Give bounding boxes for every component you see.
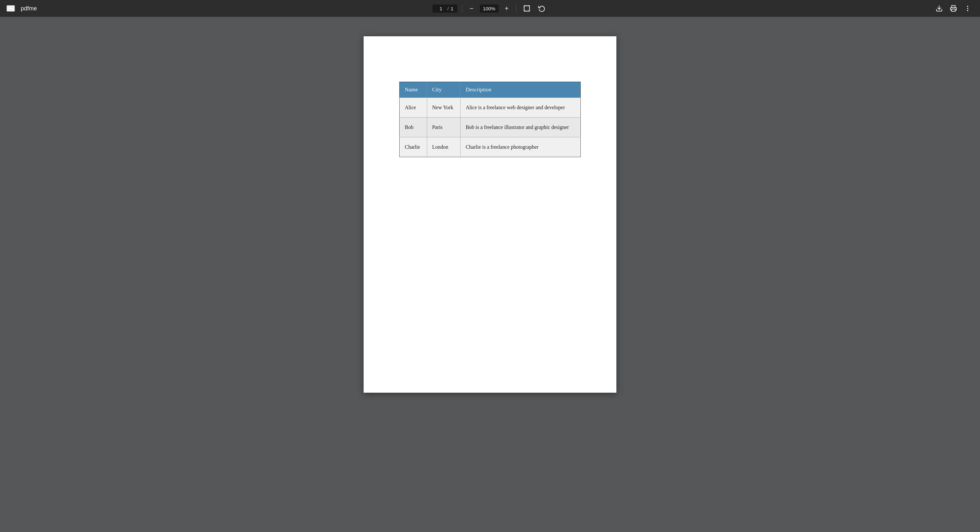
row-city: London [427, 137, 460, 157]
toolbar: pdfme / 1 − 100% + [0, 0, 980, 17]
svg-point-5 [967, 10, 968, 11]
col-header-description: Description [460, 82, 581, 98]
toolbar-left: pdfme [6, 5, 37, 12]
table-row: Alice New York Alice is a freelance web … [399, 98, 581, 118]
fit-page-button[interactable] [521, 3, 533, 14]
svg-rect-0 [524, 6, 530, 11]
rotate-button[interactable] [536, 3, 547, 14]
table-row: Bob Paris Bob is a freelance illustrator… [399, 118, 581, 137]
more-icon [964, 5, 971, 12]
page-total: 1 [451, 6, 453, 11]
table-row: Charlie London Charlie is a freelance ph… [399, 137, 581, 157]
row-description: Alice is a freelance web designer and de… [460, 98, 581, 118]
menu-button[interactable] [6, 5, 15, 12]
fit-page-icon [523, 5, 530, 12]
row-name: Bob [399, 118, 427, 137]
row-name: Alice [399, 98, 427, 118]
toolbar-right [933, 3, 974, 14]
zoom-out-button[interactable]: − [467, 3, 476, 13]
print-icon [950, 5, 957, 12]
svg-point-3 [967, 6, 968, 7]
zoom-level-display: 100% [480, 5, 498, 13]
pdf-page: Name City Description Alice New York Ali… [364, 36, 616, 393]
download-button[interactable] [933, 3, 945, 14]
zoom-in-button[interactable]: + [502, 3, 511, 13]
viewer-area: Name City Description Alice New York Ali… [0, 17, 980, 532]
divider [462, 4, 462, 13]
page-number-input[interactable] [436, 6, 445, 11]
divider2 [516, 4, 516, 13]
data-table: Name City Description Alice New York Ali… [399, 82, 581, 157]
more-options-button[interactable] [962, 3, 974, 14]
row-description: Charlie is a freelance photographer [460, 137, 581, 157]
page-navigation: / 1 [433, 5, 458, 13]
col-header-name: Name [399, 82, 427, 98]
row-description: Bob is a freelance illustrator and graph… [460, 118, 581, 137]
toolbar-center: / 1 − 100% + [433, 3, 548, 14]
row-city: New York [427, 98, 460, 118]
table-header-row: Name City Description [399, 82, 581, 98]
table-container: Name City Description Alice New York Ali… [399, 82, 581, 157]
svg-point-4 [967, 8, 968, 9]
print-button[interactable] [948, 3, 959, 14]
row-name: Charlie [399, 137, 427, 157]
svg-rect-2 [952, 9, 955, 11]
rotate-icon [538, 5, 545, 12]
col-header-city: City [427, 82, 460, 98]
row-city: Paris [427, 118, 460, 137]
page-separator: / [447, 6, 449, 11]
app-title: pdfme [21, 5, 37, 12]
download-icon [935, 5, 943, 12]
